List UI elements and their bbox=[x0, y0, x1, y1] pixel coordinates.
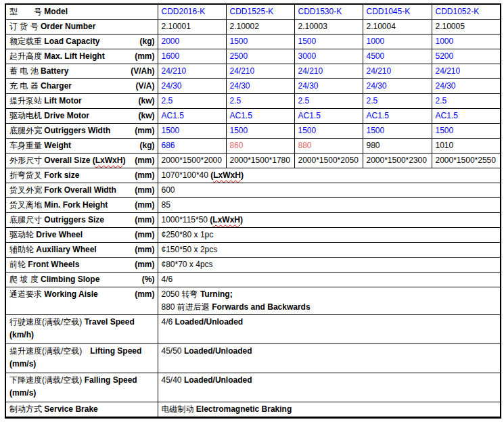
text-segment: 2000 bbox=[162, 37, 180, 46]
value-weight-CDD2016-K: 686 bbox=[158, 139, 226, 153]
row-label-text: 额定载重 Load Capacity bbox=[9, 35, 99, 48]
value-lift-motor-CDD1045-K: 2.5 bbox=[363, 94, 432, 109]
text-segment: Front Wheels bbox=[28, 260, 79, 269]
row-unit-outriggers-width: (mm) bbox=[135, 124, 155, 137]
text-segment: 充 电 器 bbox=[9, 81, 41, 91]
text-segment: 980 bbox=[367, 141, 380, 150]
value-lift-motor-CDD2016-K: 2.5 bbox=[158, 94, 226, 109]
value-max-lift-height-CDD1525-K: 2500 bbox=[226, 49, 294, 64]
text-segment: ) bbox=[240, 215, 243, 224]
row-label-min-fork-height: 货叉离地 Min. Fork Height(mm) bbox=[5, 198, 158, 213]
text-segment: 880 bbox=[298, 141, 312, 150]
text-segment: CDD1525-K bbox=[230, 7, 274, 16]
row-unit-overall-size: (mm) bbox=[135, 154, 155, 167]
text-segment: 2000*1500*1780 bbox=[230, 156, 290, 165]
spec-row-working-aisle: 通道要求 Working Aisle(mm)2050 转弯 Turning;88… bbox=[5, 287, 501, 315]
value-overall-size-CDD1525-K: 2000*1500*1780 bbox=[226, 153, 294, 168]
value-line: 1000*115*50 (LxWxH) bbox=[162, 214, 499, 227]
row-label-text: 前轮 Front Wheels bbox=[9, 258, 79, 271]
row-label-outriggers-size: 底腿尺寸 Outriggers Size(mm) bbox=[5, 213, 158, 228]
text-segment: 24/30 bbox=[367, 81, 387, 91]
text-segment: AC1.5 bbox=[162, 111, 184, 120]
value-travel-speed: 4/6 Loaded/Unloaded bbox=[158, 315, 501, 344]
value-outriggers-width-CDD1045-K: 1500 bbox=[363, 124, 432, 139]
text-segment: 折弯货叉 bbox=[9, 170, 44, 180]
value-weight-CDD1052-K: 1010 bbox=[432, 139, 501, 153]
spec-row-service-brake: 制动方式 Service Brake电磁制动 Electromagnetic B… bbox=[5, 402, 501, 418]
text-segment: 1000*115*50 bbox=[162, 215, 210, 224]
value-load-capacity-CDD1045-K: 1000 bbox=[363, 34, 432, 49]
text-segment: 24/30 bbox=[162, 81, 182, 91]
value-order-number-CDD1530-K: 2.10003 bbox=[294, 20, 363, 34]
spec-row-model: 型 号 ModelCDD2016-KCDD1525-KCDD1530-KCDD1… bbox=[5, 4, 501, 20]
value-drive-motor-CDD1045-K: AC1.5 bbox=[363, 109, 432, 124]
text-segment: Weight bbox=[44, 141, 71, 150]
row-label-text: 起升高度 Max. Lift Height bbox=[9, 50, 105, 63]
row-label-text: 货叉外宽 Fork Overall Width bbox=[9, 184, 116, 197]
row-label-text: 外形尺寸 Overall Size (LxWxH) bbox=[9, 154, 125, 167]
text-segment: 制动方式 bbox=[9, 404, 44, 414]
text-segment: Charger bbox=[41, 81, 72, 91]
value-line: 880 前进后退 Forwards and Backwards bbox=[162, 301, 499, 314]
text-segment: 85 bbox=[162, 200, 170, 210]
text-segment: 5200 bbox=[436, 51, 454, 61]
text-segment: 600 bbox=[162, 185, 175, 195]
spellcheck-wavy-text: LxWxH bbox=[212, 215, 240, 224]
row-label-service-brake: 制动方式 Service Brake bbox=[5, 402, 158, 418]
text-segment: 电磁制动 bbox=[162, 404, 196, 414]
text-segment: ¢80*70 x 4pcs bbox=[162, 260, 213, 269]
text-segment: 2.10001 bbox=[162, 22, 191, 31]
spec-row-auxiliary-wheel: 辅助轮 Auxiliary Wheel(mm)¢150*50 x 2pcs bbox=[5, 243, 501, 258]
text-segment: 1070*100*40 bbox=[162, 170, 211, 180]
spec-row-load-capacity: 额定载重 Load Capacity(kg)200015001500100010… bbox=[5, 34, 501, 49]
row-label-charger: 充 电 器 Charger(V/A) bbox=[5, 79, 158, 94]
row-unit-battery: (V/Ah) bbox=[131, 65, 155, 78]
text-segment: AC1.5 bbox=[298, 111, 321, 120]
row-unit-front-wheels: (mm) bbox=[135, 258, 155, 271]
value-weight-CDD1525-K: 860 bbox=[226, 139, 294, 153]
value-weight-CDD1530-K: 880 bbox=[294, 139, 363, 153]
spec-row-overall-size: 外形尺寸 Overall Size (LxWxH)(mm)2000*1500*2… bbox=[5, 153, 501, 168]
value-line: 电磁制动 Electromagnetic Braking bbox=[162, 403, 499, 416]
text-segment: 提升速度(满载/空载) bbox=[9, 346, 90, 356]
text-segment: CDD1530-K bbox=[298, 7, 342, 16]
text-segment: 型 号 bbox=[9, 7, 44, 16]
value-line: ¢80*70 x 4pcs bbox=[162, 258, 499, 271]
value-overall-size-CDD1530-K: 2000*1500*2050 bbox=[294, 153, 363, 168]
row-unit-lift-motor: (kw) bbox=[139, 95, 156, 108]
text-segment: 1000 bbox=[367, 37, 385, 46]
value-line: 85 bbox=[162, 199, 499, 212]
text-segment: 前轮 bbox=[9, 260, 28, 269]
row-label-model: 型 号 Model bbox=[5, 4, 158, 20]
value-outriggers-size: 1000*115*50 (LxWxH) bbox=[158, 213, 501, 228]
row-unit-climbing-slope: (%) bbox=[142, 273, 156, 286]
value-line: 4/6 Loaded/Unloaded bbox=[162, 316, 499, 329]
text-segment: 860 bbox=[230, 141, 244, 150]
text-segment: 4500 bbox=[367, 51, 385, 61]
text-segment: 2.10003 bbox=[298, 22, 327, 31]
spellcheck-wavy-text: LxWxH bbox=[213, 170, 241, 180]
value-drive-motor-CDD1530-K: AC1.5 bbox=[294, 109, 363, 124]
row-label-text: 提升速度(满载/空载) Lifting Speed (mm/s) bbox=[9, 346, 141, 369]
row-label-order-number: 订 货 号 Order Number bbox=[5, 20, 158, 34]
value-max-lift-height-CDD1045-K: 4500 bbox=[363, 49, 432, 64]
text-segment: 2.5 bbox=[298, 96, 310, 105]
spec-table-body: 型 号 ModelCDD2016-KCDD1525-KCDD1530-KCDD1… bbox=[5, 4, 501, 418]
text-segment: 订 货 号 bbox=[9, 22, 41, 31]
text-segment: 45/50 bbox=[162, 346, 184, 356]
text-segment: 货叉外宽 bbox=[9, 185, 44, 195]
text-segment: Fork size bbox=[44, 170, 79, 180]
text-segment: 底腿尺寸 bbox=[9, 215, 44, 224]
row-unit-min-fork-height: (mm) bbox=[135, 199, 155, 212]
row-unit-load-capacity: (kg) bbox=[140, 35, 156, 48]
text-segment: 2000*1500*2050 bbox=[298, 156, 359, 165]
text-segment: Max. Lift Height bbox=[44, 51, 104, 61]
text-segment: Load Capacity bbox=[44, 37, 99, 46]
spec-row-battery: 蓄 电 池 Battery(V/Ah)24/21024/21024/21024/… bbox=[5, 64, 501, 79]
text-segment: 2000*1500*2550 bbox=[436, 156, 496, 165]
text-segment: 爬 坡 度 bbox=[9, 275, 41, 284]
value-max-lift-height-CDD1530-K: 3000 bbox=[294, 49, 363, 64]
value-load-capacity-CDD2016-K: 2000 bbox=[158, 34, 226, 49]
row-unit-fork-size: (mm) bbox=[135, 169, 155, 182]
text-segment: 24/210 bbox=[230, 66, 255, 76]
